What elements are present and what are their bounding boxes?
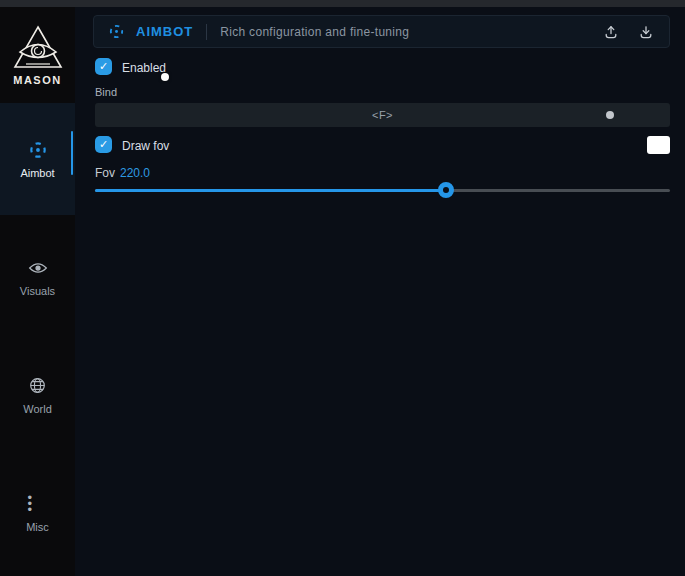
download-icon[interactable] bbox=[637, 23, 655, 41]
sidebar-item-label: World bbox=[23, 403, 52, 415]
ellipsis-icon: • • • bbox=[28, 494, 48, 514]
enabled-label: Enabled bbox=[122, 61, 166, 75]
crosshair-icon bbox=[108, 23, 125, 40]
mason-pyramid-eye-icon bbox=[12, 24, 64, 70]
logo: MASON bbox=[0, 7, 75, 103]
mouse-cursor-dot bbox=[161, 73, 169, 81]
sidebar-item-label: Visuals bbox=[20, 285, 55, 297]
eye-icon bbox=[28, 258, 48, 278]
draw-fov-checkbox[interactable]: ✓ bbox=[95, 136, 112, 153]
sidebar: MASON Aimbot Visuals World bbox=[0, 7, 75, 576]
check-icon: ✓ bbox=[99, 138, 108, 151]
page-header: AIMBOT Rich configuration and fine-tunin… bbox=[93, 15, 670, 48]
slider-fill bbox=[95, 189, 446, 192]
sidebar-item-world[interactable]: World bbox=[0, 339, 75, 451]
sidebar-item-label: Aimbot bbox=[20, 167, 54, 179]
upload-icon[interactable] bbox=[602, 23, 620, 41]
sidebar-item-aimbot[interactable]: Aimbot bbox=[0, 103, 75, 215]
sidebar-item-visuals[interactable]: Visuals bbox=[0, 221, 75, 333]
logo-text: MASON bbox=[13, 74, 61, 86]
crosshair-icon bbox=[28, 140, 48, 160]
divider bbox=[206, 24, 207, 40]
sidebar-item-label: Misc bbox=[26, 521, 49, 533]
fov-color-swatch[interactable] bbox=[647, 136, 670, 154]
fov-value: 220.0 bbox=[120, 166, 150, 180]
globe-icon bbox=[28, 376, 48, 396]
window-top-strip bbox=[0, 0, 685, 7]
sidebar-item-misc[interactable]: • • • Misc bbox=[0, 457, 75, 569]
active-indicator bbox=[71, 131, 73, 175]
bind-dot-icon bbox=[606, 111, 614, 119]
bind-label: Bind bbox=[95, 86, 117, 98]
fov-value-row: Fov220.0 bbox=[95, 166, 150, 180]
fov-slider[interactable] bbox=[95, 183, 670, 197]
enabled-checkbox[interactable]: ✓ bbox=[95, 58, 112, 75]
check-icon: ✓ bbox=[99, 60, 108, 73]
bind-value: <F> bbox=[372, 109, 393, 121]
draw-fov-label: Draw fov bbox=[122, 139, 169, 153]
slider-handle[interactable] bbox=[438, 182, 454, 198]
page-subtitle: Rich configuration and fine-tuning bbox=[220, 25, 409, 39]
bind-input[interactable]: <F> bbox=[95, 103, 670, 127]
fov-label: Fov bbox=[95, 166, 115, 180]
page-title: AIMBOT bbox=[136, 24, 193, 39]
